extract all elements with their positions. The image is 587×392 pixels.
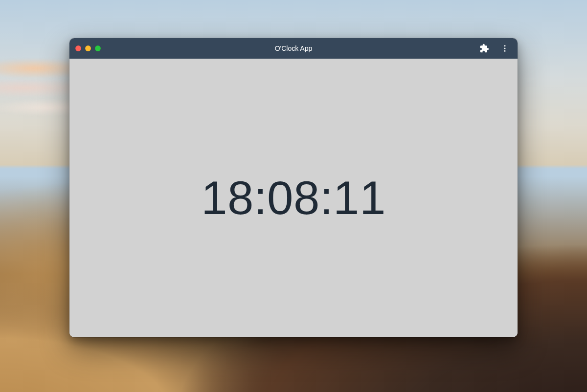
svg-point-2: [504, 50, 506, 52]
window-title: O'Clock App: [69, 44, 518, 52]
puzzle-piece-icon: [479, 44, 489, 53]
svg-point-1: [504, 48, 506, 49]
extensions-button[interactable]: [477, 42, 491, 55]
more-options-button[interactable]: [498, 42, 512, 55]
app-window: O'Clock App 18:: [69, 38, 518, 337]
clock-display: 18:08:11: [201, 171, 386, 225]
titlebar-actions: [477, 42, 512, 55]
titlebar[interactable]: O'Clock App: [69, 38, 518, 59]
traffic-lights: [75, 45, 101, 51]
zoom-window-button[interactable]: [95, 45, 101, 51]
minimize-window-button[interactable]: [85, 45, 91, 51]
svg-point-0: [504, 45, 506, 46]
close-window-button[interactable]: [75, 45, 81, 51]
more-vertical-icon: [500, 44, 509, 53]
content-area: 18:08:11: [69, 59, 518, 337]
